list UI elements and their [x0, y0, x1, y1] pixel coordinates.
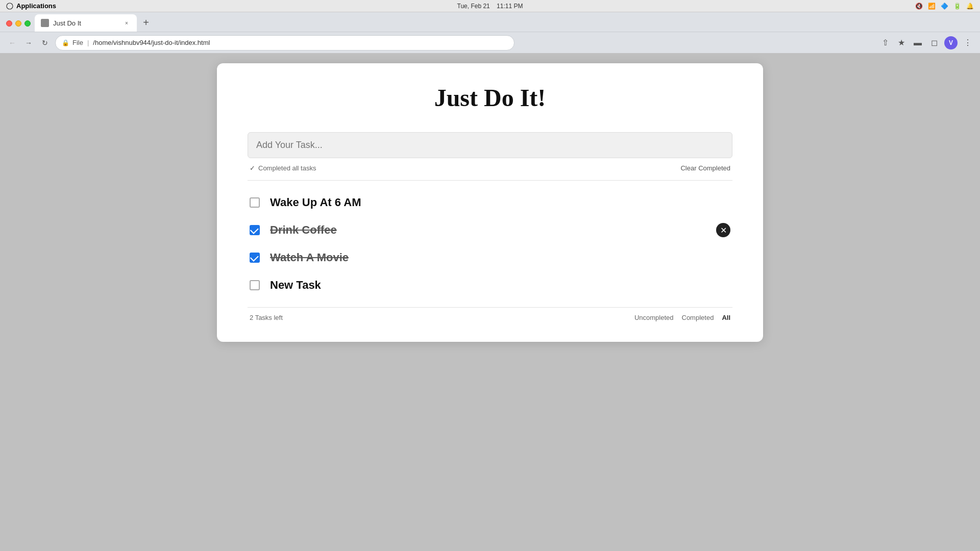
battery-icon: 🔋: [953, 3, 961, 10]
task-item: Wake Up At 6 AM: [248, 189, 732, 216]
tab-bar: Just Do It × +: [0, 12, 980, 32]
checkmark-icon: ✓: [250, 164, 255, 172]
volume-icon: 🔇: [915, 3, 923, 10]
user-avatar-button[interactable]: V: [944, 36, 958, 49]
task-item: New Task: [248, 271, 732, 299]
tab-close-button[interactable]: ×: [122, 19, 131, 27]
completed-status-text: Completed all tasks: [258, 164, 316, 172]
svg-point-0: [7, 3, 13, 9]
task-delete-button-2[interactable]: ✕: [716, 223, 730, 237]
new-tab-button[interactable]: +: [139, 15, 153, 30]
extension-button[interactable]: ▬: [912, 37, 924, 49]
macos-status-icons: 🔇 📶 🔷 🔋 🔔: [915, 3, 974, 10]
chrome-frame: Just Do It × + ← → ↻ 🔒 File | /home/vish…: [0, 12, 980, 53]
tasks-left-label: Tasks left: [255, 314, 283, 321]
task-label-3: Watch A Movie: [270, 251, 349, 264]
top-divider: [248, 180, 732, 181]
task-checkbox-4[interactable]: [250, 280, 260, 290]
maximize-window-button[interactable]: [24, 20, 31, 27]
filter-uncompleted-button[interactable]: Uncompleted: [634, 314, 674, 321]
completed-status: ✓ Completed all tasks: [250, 164, 316, 172]
active-tab[interactable]: Just Do It ×: [35, 14, 137, 32]
task-checkbox-3[interactable]: [250, 253, 260, 263]
macos-time: 11:11 PM: [497, 3, 523, 10]
address-bar: ← → ↻ 🔒 File | /home/vishnubv944/just-do…: [0, 32, 980, 53]
close-icon: ✕: [720, 226, 727, 235]
task-item: Watch A Movie: [248, 244, 732, 271]
protocol-label: File: [72, 39, 83, 46]
bluetooth-icon: 🔷: [941, 3, 948, 10]
status-bar: ✓ Completed all tasks Clear Completed: [248, 160, 732, 176]
macos-app-label: Applications: [16, 2, 56, 10]
address-url: /home/vishnubv944/just-do-it/index.html: [93, 39, 210, 46]
task-item: Drink Coffee ✕: [248, 216, 732, 244]
tab-label: Just Do It: [53, 19, 81, 27]
app-title: Just Do It!: [248, 84, 732, 112]
reload-button[interactable]: ↻: [39, 37, 51, 49]
app-card: Just Do It! ✓ Completed all tasks Clear …: [217, 63, 763, 342]
task-input-wrap[interactable]: [248, 132, 732, 158]
task-label-1: Wake Up At 6 AM: [270, 196, 361, 209]
share-button[interactable]: ⇧: [879, 37, 891, 49]
lock-icon: 🔒: [62, 39, 69, 46]
wifi-icon: 📶: [928, 3, 936, 10]
back-button[interactable]: ←: [6, 37, 18, 49]
task-checkbox-2[interactable]: [250, 225, 260, 235]
menu-button[interactable]: ⋮: [962, 37, 974, 49]
forward-button[interactable]: →: [22, 37, 35, 49]
task-checkbox-1[interactable]: [250, 197, 260, 208]
address-input[interactable]: 🔒 File | /home/vishnubv944/just-do-it/in…: [55, 35, 514, 51]
address-bar-actions: ⇧ ★ ▬ ◻ V ⋮: [879, 36, 974, 49]
task-list: Wake Up At 6 AM Drink Coffee ✕ Watch A M…: [248, 189, 732, 299]
traffic-lights: [4, 20, 35, 32]
macos-app-name: Applications: [6, 2, 56, 10]
filter-completed-button[interactable]: Completed: [682, 314, 714, 321]
filter-all-button[interactable]: All: [722, 314, 730, 321]
bookmark-button[interactable]: ★: [895, 37, 908, 49]
minimize-window-button[interactable]: [15, 20, 21, 27]
tasks-left-number: 2: [250, 314, 253, 321]
notification-icon: 🔔: [966, 3, 974, 10]
filter-buttons: Uncompleted Completed All: [634, 314, 730, 321]
sidebar-toggle-button[interactable]: ◻: [928, 37, 940, 49]
tasks-left-count: 2 Tasks left: [250, 314, 283, 321]
task-label-4: New Task: [270, 279, 321, 292]
page-wrapper: Just Do It! ✓ Completed all tasks Clear …: [0, 53, 980, 551]
clear-completed-button[interactable]: Clear Completed: [680, 164, 730, 172]
macos-topbar: Applications Tue, Feb 21 11:11 PM 🔇 📶 🔷 …: [0, 0, 980, 12]
task-input[interactable]: [248, 133, 732, 158]
close-window-button[interactable]: [6, 20, 12, 27]
apple-icon: [6, 3, 13, 10]
task-label-2: Drink Coffee: [270, 223, 337, 237]
macos-date: Tue, Feb 21: [457, 3, 490, 10]
macos-datetime: Tue, Feb 21 11:11 PM: [457, 3, 523, 10]
footer-bar: 2 Tasks left Uncompleted Completed All: [248, 308, 732, 321]
tab-favicon-icon: [41, 19, 49, 27]
address-separator: |: [87, 39, 89, 46]
